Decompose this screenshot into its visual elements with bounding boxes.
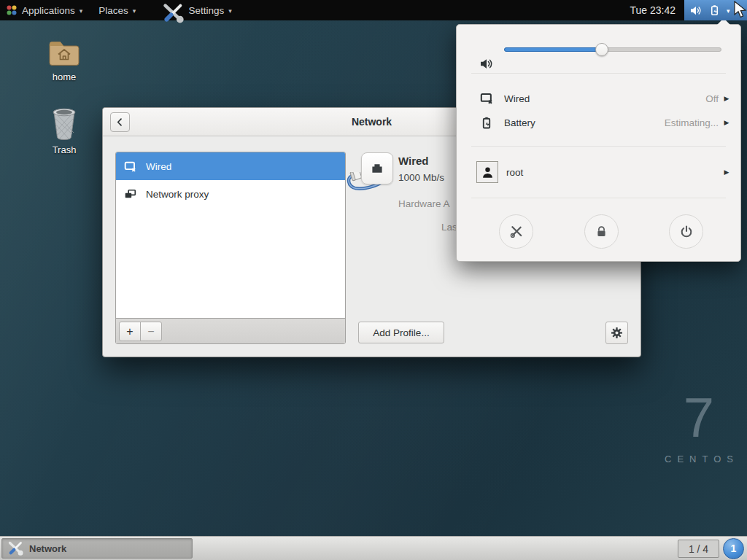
mouse-cursor (733, 1, 747, 20)
volume-slider[interactable] (504, 47, 721, 52)
gear-icon (611, 327, 623, 339)
sidebar-item-wired[interactable]: Wired (116, 152, 345, 180)
connection-settings-button[interactable] (605, 322, 628, 344)
network-sidebar-list: Wired Network proxy + − (115, 152, 346, 344)
places-menu[interactable]: Places ▾ (90, 0, 144, 20)
clock[interactable]: Tue 23:42 (630, 0, 676, 20)
power-button[interactable] (669, 214, 703, 249)
chevron-down-icon: ▾ (228, 7, 232, 15)
volume-fill (504, 47, 601, 52)
lock-icon (595, 225, 608, 238)
speaker-icon (479, 58, 495, 70)
last-used-label: Las (441, 222, 457, 233)
sidebar-toolbar: + − (116, 318, 345, 343)
volume-row (457, 39, 740, 60)
desktop-icon-trash[interactable]: Trash (42, 106, 87, 155)
taskbar-window-network[interactable]: Network (1, 538, 193, 559)
wired-network-off-icon (479, 92, 495, 105)
volume-icon (689, 5, 703, 16)
sidebar-item-label: Network proxy (146, 189, 209, 200)
menu-item-label: Wired (504, 93, 530, 104)
menu-item-label: Battery (504, 117, 535, 128)
applications-icon (6, 4, 18, 16)
menu-item-battery[interactable]: Battery Estimating... ▶ (457, 112, 740, 133)
menu-label: Places (98, 5, 128, 16)
sidebar-item-label: Wired (146, 161, 171, 172)
menu-item-user[interactable]: root ▶ (457, 159, 740, 185)
device-name: Wired (398, 155, 429, 167)
sidebar-item-network-proxy[interactable]: Network proxy (116, 180, 345, 208)
back-button[interactable] (110, 112, 130, 132)
taskbar-window-label: Network (29, 543, 66, 554)
menu-separator (471, 73, 726, 74)
submenu-arrow-icon: ▶ (719, 168, 735, 176)
device-speed: 1000 Mb/s (398, 172, 444, 183)
settings-action-button[interactable] (499, 214, 533, 249)
add-profile-button[interactable]: Add Profile... (358, 322, 444, 343)
settings-tools-icon (7, 541, 23, 556)
settings-tools-icon (162, 3, 184, 23)
desktop-icon-home[interactable]: home (42, 38, 87, 82)
applications-menu[interactable]: Applications ▾ (0, 0, 90, 20)
power-icon (680, 225, 693, 238)
menu-item-wired[interactable]: Wired Off ▶ (457, 88, 740, 109)
watermark-name: CENTOS (655, 454, 743, 464)
trash-icon (50, 106, 79, 141)
top-bar: Applications ▾ Places ▾ Settings ▾ Tue 2… (0, 0, 747, 20)
chevron-left-icon (115, 117, 125, 128)
user-avatar (476, 161, 498, 183)
chevron-down-icon: ▾ (133, 7, 136, 15)
menu-label: Settings (188, 5, 224, 16)
battery-icon (709, 4, 720, 16)
user-name: root (506, 167, 523, 178)
person-icon (481, 166, 495, 179)
submenu-arrow-icon: ▶ (719, 95, 735, 102)
watermark-number: 7 (655, 389, 743, 446)
menu-item-status: Estimating... (665, 117, 719, 128)
system-status-menu: Wired Off ▶ Battery Estimating... ▶ root… (456, 24, 741, 262)
wired-network-icon (124, 160, 136, 173)
centos-watermark: 7 CENTOS (655, 389, 743, 464)
menu-label: Applications (22, 5, 75, 16)
settings-app-menu[interactable]: Settings ▾ (154, 0, 239, 20)
chevron-down-icon: ▾ (80, 7, 83, 15)
volume-knob[interactable] (595, 43, 608, 56)
battery-charging-icon (479, 117, 495, 129)
desktop-icon-label: Trash (42, 144, 87, 155)
bottom-taskbar: Network 1 / 4 1 (0, 536, 747, 560)
network-proxy-icon (124, 188, 136, 201)
notification-badge[interactable]: 1 (723, 538, 744, 559)
workspace-indicator[interactable]: 1 / 4 (678, 540, 719, 558)
remove-connection-button[interactable]: − (140, 322, 162, 341)
tools-icon (510, 225, 523, 238)
menu-item-status: Off (705, 93, 719, 104)
hardware-address-label: Hardware A (398, 198, 450, 209)
wired-device-icon (361, 152, 393, 184)
menu-separator (471, 198, 726, 198)
menu-separator (471, 146, 726, 147)
home-folder-icon (47, 38, 82, 69)
add-connection-button[interactable]: + (119, 322, 141, 341)
submenu-arrow-icon: ▶ (719, 119, 735, 126)
desktop-icon-label: home (42, 71, 87, 82)
chevron-down-icon: ▾ (727, 7, 730, 15)
lock-screen-button[interactable] (584, 214, 619, 249)
